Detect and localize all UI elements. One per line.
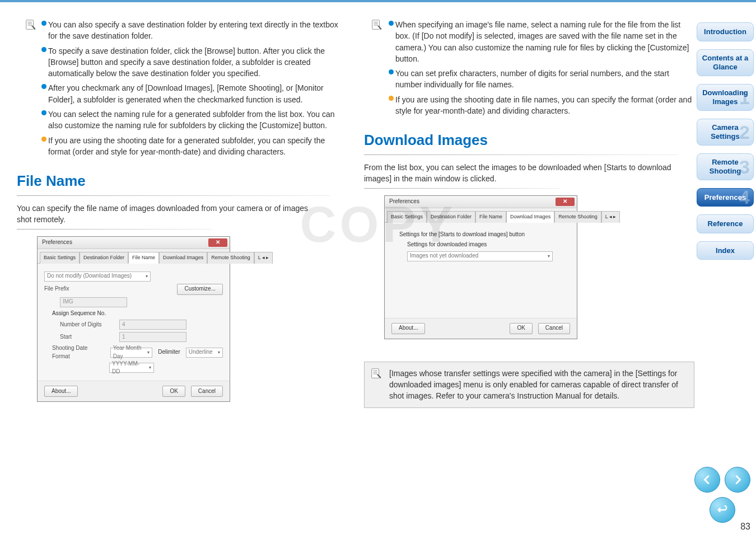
- customize-button[interactable]: Customize...: [177, 284, 223, 295]
- bullet-dot: [389, 21, 394, 26]
- chapter-number: 2: [739, 120, 750, 143]
- nav-camera-settings[interactable]: Camera Settings2: [697, 119, 754, 146]
- bullet-text: You can also specify a save destination …: [48, 19, 347, 42]
- bullet-text: When specifying an image's file name, se…: [395, 19, 694, 64]
- start-label: Start: [60, 333, 116, 341]
- close-icon[interactable]: ✕: [556, 198, 575, 206]
- info-note-text: [Images whose transfer settings were spe…: [389, 369, 678, 401]
- file-prefix-input[interactable]: IMG: [60, 297, 127, 307]
- nav-index[interactable]: Index: [697, 241, 754, 260]
- tab-download-images[interactable]: Download Images: [159, 252, 207, 264]
- bullet-dot: [41, 84, 46, 89]
- page-number: 83: [740, 520, 750, 533]
- bullet-dot: [389, 96, 394, 101]
- nav-remote-shooting[interactable]: Remote Shooting3: [697, 153, 754, 180]
- shooting-date-label: Shooting Date Format: [52, 344, 105, 360]
- tab-download-images[interactable]: Download Images: [506, 211, 554, 223]
- preferences-dialog-download-images: Preferences ✕ Basic Settings Destination…: [384, 195, 577, 339]
- dialog-tabs: Basic Settings Destination Folder File N…: [385, 208, 577, 223]
- settings-starts-label: Settings for the [Starts to download ima…: [399, 231, 525, 239]
- bullet-dot: [41, 47, 46, 52]
- nav-reference[interactable]: Reference: [697, 214, 754, 233]
- bullet-dot: [41, 21, 46, 26]
- tab-file-name[interactable]: File Name: [475, 211, 506, 223]
- prev-page-button[interactable]: [694, 467, 720, 493]
- downloaded-images-dropdown[interactable]: Images not yet downloaded: [407, 251, 553, 261]
- assign-sequence-label: Assign Sequence No.: [52, 310, 106, 318]
- start-input[interactable]: 1: [119, 332, 186, 342]
- about-button[interactable]: About...: [44, 386, 78, 397]
- tab-remote-shooting[interactable]: Remote Shooting: [207, 252, 254, 264]
- divider: [364, 188, 560, 189]
- about-button[interactable]: About...: [391, 323, 425, 334]
- delimiter-dropdown[interactable]: Underline: [186, 348, 223, 358]
- bullet-text: You can select the naming rule for a gen…: [48, 109, 347, 132]
- ok-button[interactable]: OK: [162, 386, 185, 397]
- bullet-text: After you checkmark any of [Download Ima…: [48, 82, 347, 105]
- bullet-dot: [389, 69, 394, 74]
- info-note-box: [Images whose transfer settings were spe…: [364, 362, 694, 408]
- divider: [364, 154, 678, 155]
- cancel-button[interactable]: Cancel: [191, 386, 223, 397]
- tab-basic-settings[interactable]: Basic Settings: [387, 211, 427, 223]
- bullet-dot: [41, 110, 46, 115]
- divider: [17, 229, 213, 229]
- tab-file-name[interactable]: File Name: [128, 252, 159, 264]
- nav-downloading-images[interactable]: Downloading Images1: [697, 84, 754, 111]
- tab-overflow[interactable]: L ◂ ▸: [601, 211, 620, 223]
- bullet-text: To specify a save destination folder, cl…: [48, 45, 347, 79]
- page-controls: [694, 467, 750, 523]
- delimiter-label: Delimiter: [158, 348, 180, 357]
- return-button[interactable]: [710, 497, 735, 523]
- tab-destination-folder[interactable]: Destination Folder: [80, 252, 128, 264]
- tab-remote-shooting[interactable]: Remote Shooting: [554, 211, 601, 223]
- sidebar-nav: Introduction Contents at a Glance Downlo…: [694, 22, 756, 260]
- preferences-dialog-file-name: Preferences ✕ Basic Settings Destination…: [37, 236, 230, 402]
- chapter-number: 1: [739, 86, 750, 109]
- next-page-button[interactable]: [725, 467, 750, 493]
- bullet-text: If you are using the shooting date for a…: [48, 135, 347, 158]
- cancel-button[interactable]: Cancel: [538, 323, 570, 334]
- nav-contents[interactable]: Contents at a Glance: [697, 49, 754, 76]
- close-icon[interactable]: ✕: [208, 238, 227, 247]
- divider: [17, 195, 330, 196]
- file-prefix-label: File Prefix: [44, 285, 100, 293]
- naming-rule-dropdown[interactable]: Do not modify (Download Images): [44, 271, 151, 282]
- note-icon: [370, 368, 382, 380]
- nav-introduction[interactable]: Introduction: [697, 22, 754, 41]
- num-digits-label: Number of Digits: [60, 321, 116, 329]
- svg-rect-2: [372, 369, 379, 378]
- tab-destination-folder[interactable]: Destination Folder: [427, 211, 475, 223]
- chapter-number: 3: [739, 155, 750, 178]
- bullet-dot: [41, 137, 46, 142]
- download-images-desc: From the list box, you can select the im…: [364, 162, 694, 185]
- file-name-desc: You can specify the file name of images …: [17, 203, 347, 226]
- ok-button[interactable]: OK: [510, 323, 532, 334]
- shooting-date-order-dropdown[interactable]: Year Month Day: [110, 348, 153, 358]
- tab-basic-settings[interactable]: Basic Settings: [40, 252, 80, 264]
- download-images-heading: Download Images: [364, 130, 694, 151]
- tab-overflow[interactable]: L ◂ ▸: [254, 252, 273, 264]
- dialog-tabs: Basic Settings Destination Folder File N…: [38, 249, 230, 264]
- file-name-heading: File Name: [17, 171, 347, 192]
- chapter-number: 4: [739, 186, 750, 209]
- bullet-text: You can set prefix characters, number of…: [395, 68, 694, 91]
- num-digits-input[interactable]: 4: [119, 320, 186, 330]
- bullet-text: If you are using the shooting date in fi…: [395, 94, 694, 117]
- nav-preferences[interactable]: Preferences4: [697, 188, 754, 207]
- dialog-title: Preferences: [42, 238, 72, 247]
- dialog-title: Preferences: [389, 198, 419, 206]
- settings-downloaded-label: Settings for downloaded images: [407, 241, 487, 249]
- shooting-date-format-dropdown[interactable]: YYYY-MM-DD: [109, 363, 154, 373]
